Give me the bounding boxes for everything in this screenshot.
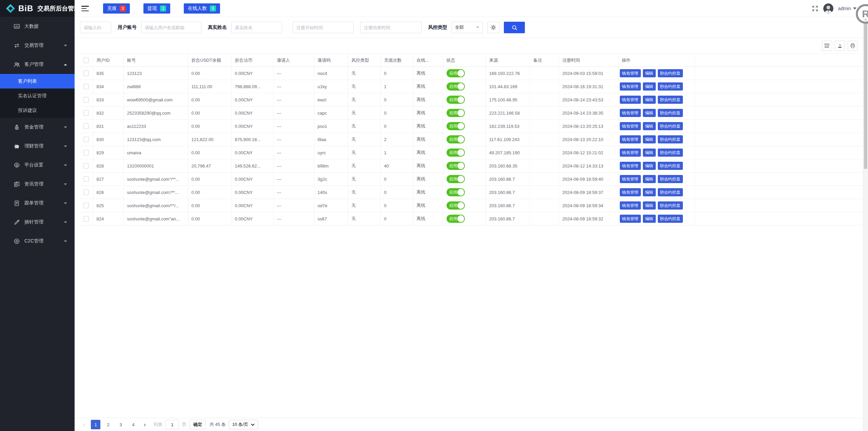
sidebar-item-3[interactable]: 资金管理 [0,118,75,137]
collapse-menu-icon[interactable] [81,6,89,11]
row-checkbox[interactable] [83,163,89,169]
scrollbar-thumb[interactable] [864,23,867,169]
row-checkbox[interactable] [83,123,89,129]
row-checkbox[interactable] [83,190,89,195]
risk-type-select[interactable]: 全部 [452,22,483,33]
contract-control-button[interactable]: 秒合约控盘 [658,122,683,130]
wallet-manage-button[interactable]: 钱包管理 [620,188,641,196]
sidebar-subitem[interactable]: 客户列表 [0,74,75,89]
row-checkbox[interactable] [83,150,89,155]
status-toggle[interactable]: 启用 [447,149,465,157]
print-button[interactable] [848,41,858,51]
wallet-manage-button[interactable]: 钱包管理 [620,82,641,91]
wallet-manage-button[interactable]: 钱包管理 [620,122,641,130]
status-toggle[interactable]: 启用 [447,162,465,170]
edit-button[interactable]: 编辑 [643,82,656,91]
row-checkbox[interactable] [83,137,89,142]
quick-button[interactable]: 提现 1 [143,3,170,14]
edit-button[interactable]: 编辑 [643,175,656,183]
quick-button[interactable]: 在线人数 0 [184,3,220,14]
contract-control-button[interactable]: 秒合约控盘 [658,96,683,104]
sidebar-subitem[interactable]: 实名认证管理 [0,89,75,103]
wallet-manage-button[interactable]: 钱包管理 [620,109,641,117]
contract-control-button[interactable]: 秒合约控盘 [658,135,683,143]
quick-button[interactable]: 充值 3 [103,3,130,14]
sidebar-item-4[interactable]: 理财管理 [0,137,75,156]
wallet-manage-button[interactable]: 钱包管理 [620,201,641,210]
edit-button[interactable]: 编辑 [643,188,656,196]
status-toggle[interactable]: 启用 [447,201,465,210]
user-menu[interactable]: admin [838,6,856,11]
contract-control-button[interactable]: 秒合约控盘 [658,69,683,77]
account-input[interactable] [141,22,201,33]
contract-control-button[interactable]: 秒合约控盘 [658,149,683,157]
wallet-manage-button[interactable]: 钱包管理 [620,135,641,143]
page-number-4[interactable]: 4 [129,420,138,429]
wallet-manage-button[interactable]: 钱包管理 [620,96,641,104]
sidebar-item-0[interactable]: 大数据 [0,17,75,36]
realname-input[interactable] [231,22,282,33]
contract-control-button[interactable]: 秒合约控盘 [658,215,683,223]
prev-page-button[interactable]: ‹ [80,420,88,429]
sidebar-item-8[interactable]: 插针管理 [0,213,75,232]
goto-page-input[interactable] [165,420,179,429]
fullscreen-icon[interactable] [812,5,818,12]
status-toggle[interactable]: 启用 [447,188,465,196]
vertical-scrollbar[interactable] [863,17,868,431]
contract-control-button[interactable]: 秒合约控盘 [658,82,683,91]
contract-control-button[interactable]: 秒合约控盘 [658,188,683,196]
page-number-3[interactable]: 3 [116,420,125,429]
status-toggle[interactable]: 启用 [447,215,465,223]
next-page-button[interactable]: › [141,420,149,429]
contract-control-button[interactable]: 秒合约控盘 [658,201,683,210]
register-end-input[interactable] [360,22,422,33]
sidebar-item-7[interactable]: 跟单管理 [0,194,75,213]
row-checkbox[interactable] [83,84,89,89]
status-toggle[interactable]: 启用 [447,135,465,143]
status-toggle[interactable]: 启用 [447,175,465,183]
export-button[interactable] [835,41,845,51]
sidebar-item-1[interactable]: 交易管理 [0,36,75,55]
sidebar-item-5[interactable]: 平台设置 [0,156,75,175]
row-checkbox[interactable] [83,110,89,116]
page-number-2[interactable]: 2 [103,420,113,429]
row-checkbox[interactable] [83,97,89,102]
sidebar-item-6[interactable]: 资讯管理 [0,175,75,194]
register-start-input[interactable] [293,22,354,33]
row-checkbox[interactable] [83,216,89,221]
sidebar-item-9[interactable]: C2C管理 [0,232,75,251]
status-toggle[interactable]: 启用 [447,82,465,91]
edit-button[interactable]: 编辑 [643,162,656,170]
avatar[interactable] [823,3,833,14]
edit-button[interactable]: 编辑 [643,149,656,157]
row-checkbox[interactable] [83,203,89,208]
status-toggle[interactable]: 启用 [447,69,465,77]
contract-control-button[interactable]: 秒合约控盘 [658,109,683,117]
row-checkbox[interactable] [83,176,89,182]
sidebar-item-2[interactable]: 客户管理 [0,55,75,74]
confirm-page-button[interactable]: 确定 [190,420,206,429]
edit-button[interactable]: 编辑 [643,109,656,117]
edit-button[interactable]: 编辑 [643,69,656,77]
status-toggle[interactable]: 启用 [447,96,465,104]
edit-button[interactable]: 编辑 [643,96,656,104]
status-toggle[interactable]: 启用 [447,109,465,117]
user-id-input[interactable] [80,22,111,33]
wallet-manage-button[interactable]: 钱包管理 [620,162,641,170]
page-number-1[interactable]: 1 [91,420,100,429]
select-all-checkbox[interactable] [83,58,89,63]
wallet-manage-button[interactable]: 钱包管理 [620,69,641,77]
page-size-select[interactable]: 10 条/页 [229,420,258,429]
edit-button[interactable]: 编辑 [643,135,656,143]
columns-toggle-button[interactable] [822,41,832,51]
contract-control-button[interactable]: 秒合约控盘 [658,175,683,183]
status-toggle[interactable]: 启用 [447,122,465,130]
edit-button[interactable]: 编辑 [643,122,656,130]
edit-button[interactable]: 编辑 [643,215,656,223]
wallet-manage-button[interactable]: 钱包管理 [620,215,641,223]
wallet-manage-button[interactable]: 钱包管理 [620,149,641,157]
contract-control-button[interactable]: 秒合约控盘 [658,162,683,170]
edit-button[interactable]: 编辑 [643,201,656,210]
row-checkbox[interactable] [83,71,89,76]
search-button[interactable] [504,22,525,33]
